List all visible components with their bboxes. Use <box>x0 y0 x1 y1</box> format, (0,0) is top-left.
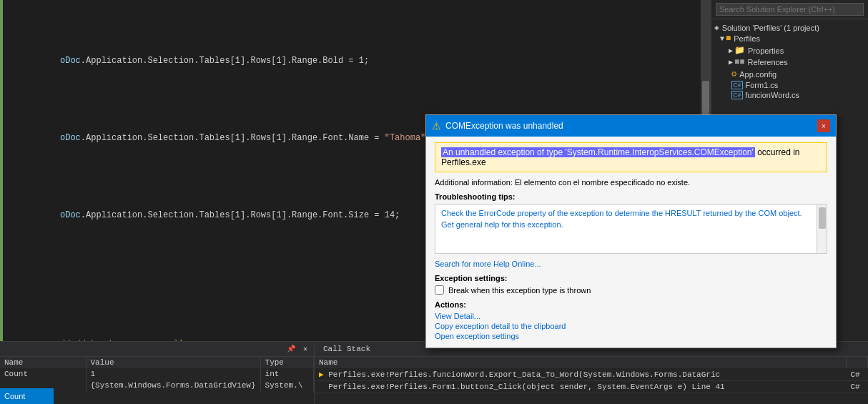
solution-explorer-appconfig[interactable]: ⚙ App.config <box>711 68 868 80</box>
view-detail-link[interactable]: View Detail... <box>435 312 827 320</box>
expand-icon: ▶ <box>729 46 733 55</box>
arrow-icon: ▶ <box>319 370 324 379</box>
dialog-close-button[interactable]: × <box>817 119 830 132</box>
exception-dialog: ⚠ COMException was unhandled × An unhand… <box>425 114 837 348</box>
exception-checkbox[interactable] <box>435 285 444 295</box>
exception-settings-label: Exception settings: <box>435 274 827 282</box>
troubleshoot-tips: Check the ErrorCode property of the exce… <box>435 204 827 254</box>
dialog-titlebar: ⚠ COMException was unhandled × <box>426 115 836 137</box>
row-type: System.\ <box>260 380 313 391</box>
dialog-body: An unhandled exception of type 'System.R… <box>426 137 836 348</box>
table-row: Count 1 int <box>0 368 314 380</box>
call-stack-row: ▶ Perfiles.exe!Perfiles.funcionWord.Expo… <box>315 368 868 381</box>
row-name: Count <box>0 368 86 380</box>
project-icon: ■ <box>726 34 731 44</box>
solution-explorer-properties[interactable]: ▶ 📁 Properties <box>711 44 868 56</box>
close-icon: × <box>822 122 826 130</box>
call-stack-row: Perfiles.exe!Perfiles.Form1.button2_Clic… <box>315 381 868 393</box>
tips-scrollbar[interactable] <box>817 205 827 253</box>
additional-info: Additional information: El elemento con … <box>435 178 827 187</box>
search-help-link[interactable]: Search for more Help Online... <box>435 260 827 268</box>
call-stack-panel: Call Stack Name ▶ Perfiles.exe!Perf <box>315 342 868 404</box>
col-value-header: Value <box>86 357 260 368</box>
copy-exception-link[interactable]: Copy exception detail to the clipboard <box>435 322 827 330</box>
project-label: Perfiles <box>734 34 760 43</box>
pin-button[interactable]: 📌 <box>285 343 297 355</box>
expand-icon: ▶ <box>729 58 733 66</box>
panel-toolbar: 📌 ✕ <box>0 342 314 357</box>
code-line: oDoc.Application.Selection.Tables[1].Row… <box>6 41 711 80</box>
exception-checkbox-label: Break when this exception type is thrown <box>448 286 591 295</box>
bottom-panel: 📌 ✕ Name Value Type Count <box>0 341 868 404</box>
count-label: Count <box>0 388 54 404</box>
appconfig-label: App.config <box>739 70 776 79</box>
call-stack-lang-header <box>847 357 868 368</box>
row-type: int <box>260 368 313 380</box>
warning-icon: ⚠ <box>432 120 441 132</box>
references-label: References <box>747 58 787 66</box>
expand-icon: ▼ <box>720 35 724 43</box>
call-stack-lang: C# <box>847 368 868 381</box>
exception-checkbox-row: Break when this exception type is thrown <box>435 285 827 295</box>
count-text: Count <box>4 392 25 400</box>
call-stack-name: Perfiles.exe!Perfiles.Form1.button2_Clic… <box>315 381 847 393</box>
call-stack-name-header: Name <box>315 357 847 368</box>
tip2-link[interactable]: Get general help for this exception. <box>441 220 821 229</box>
solution-explorer-project[interactable]: ▼ ■ Perfiles <box>711 33 868 44</box>
solution-explorer-form1[interactable]: C# Form1.cs <box>711 80 868 90</box>
properties-icon: 📁 <box>734 45 745 56</box>
col-type-header: Type <box>260 357 313 368</box>
exception-type-highlight: An unhandled exception of type 'System.R… <box>441 147 755 157</box>
call-stack-lang: C# <box>847 381 868 393</box>
solution-explorer-search-bar[interactable] <box>711 0 868 19</box>
solution-label: Solution 'Perfiles' (1 project) <box>722 24 819 32</box>
funcionword-label: funcionWord.cs <box>746 91 800 99</box>
form1-icon: C# <box>731 81 743 89</box>
form1-label: Form1.cs <box>746 81 779 89</box>
close-panel-button[interactable]: ✕ <box>300 343 311 355</box>
appconfig-icon: ⚙ <box>731 69 736 79</box>
dialog-titlebar-left: ⚠ COMException was unhandled <box>432 120 563 132</box>
tip1-link[interactable]: Check the ErrorCode property of the exce… <box>441 209 821 217</box>
dialog-title: COMException was unhandled <box>445 121 563 131</box>
solution-explorer-funcionword[interactable]: C# funcionWord.cs <box>711 90 868 100</box>
call-stack-table: Name ▶ Perfiles.exe!Perfiles.funcionWord… <box>315 357 868 404</box>
row-value: 1 <box>86 368 260 380</box>
funcionword-icon: C# <box>731 91 743 99</box>
solution-explorer-search-input[interactable] <box>716 3 864 16</box>
col-name-header: Name <box>0 357 86 368</box>
row-value: {System.Windows.Forms.DataGridView} <box>86 380 260 391</box>
call-stack-name: ▶ Perfiles.exe!Perfiles.funcionWord.Expo… <box>315 368 847 381</box>
open-exception-settings-link[interactable]: Open exception settings <box>435 332 827 340</box>
solution-explorer-solution[interactable]: ◈ Solution 'Perfiles' (1 project) <box>711 22 868 33</box>
solution-explorer-references[interactable]: ▶ ■■ References <box>711 56 868 68</box>
properties-label: Properties <box>748 46 784 55</box>
solution-icon: ◈ <box>714 23 719 32</box>
references-icon: ■■ <box>734 57 744 67</box>
tips-scrollbar-thumb[interactable] <box>819 207 826 229</box>
troubleshoot-label: Troubleshooting tips: <box>435 192 827 201</box>
exception-title-box: An unhandled exception of type 'System.R… <box>435 142 827 172</box>
actions-label: Actions: <box>435 300 827 309</box>
